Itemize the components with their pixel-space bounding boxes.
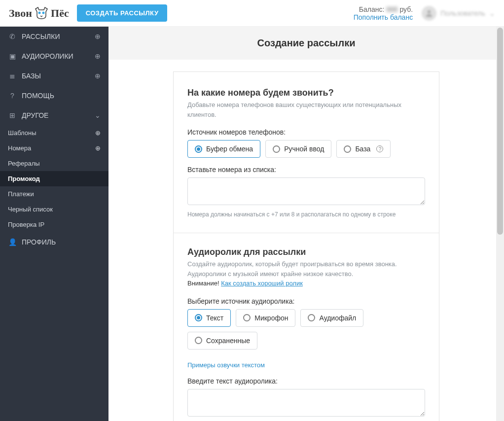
dog-icon [34, 7, 49, 20]
avatar [422, 6, 436, 21]
user-name: Пользователь [440, 9, 485, 17]
radio-icon [243, 314, 251, 321]
sidebar-sub-blacklist[interactable]: Черный список [0, 202, 108, 217]
divider [174, 233, 439, 233]
sidebar: ✆ РАССЫЛКИ ⊕ ▣ АУДИОРОЛИКИ ⊕ ≣ БАЗЫ ⊕ ? … [0, 27, 108, 421]
tts-examples-link[interactable]: Примеры озвучки текстом [187, 361, 265, 369]
radio-icon [195, 314, 202, 321]
radio-label: Микрофон [254, 314, 288, 322]
sidebar-item-campaigns[interactable]: ✆ РАССЫЛКИ ⊕ [0, 27, 108, 46]
balance-block: Баланс: 000 руб. Пополнить баланс [354, 5, 413, 21]
database-icon: ≣ [8, 72, 17, 80]
radio-label: Аудиофайл [319, 314, 356, 322]
radio-icon [273, 145, 280, 153]
radio-label: Ручной ввод [284, 145, 324, 153]
sidebar-item-help[interactable]: ? ПОМОЩЬ [0, 86, 108, 105]
sidebar-label: ПОМОЩЬ [22, 92, 101, 100]
sidebar-label: ДРУГОЕ [22, 111, 95, 119]
audio-source-label: Выберите источник аудиоролика: [187, 297, 425, 305]
radio-manual[interactable]: Ручной ввод [265, 140, 331, 158]
sidebar-sub-numbers[interactable]: Номера ⊕ [0, 140, 108, 156]
audio-text-label: Введите текст аудиоролика: [187, 377, 425, 385]
sidebar-sub-ipcheck[interactable]: Проверка IP [0, 217, 108, 232]
radio-label: Буфер обмена [206, 145, 253, 153]
sidebar-sub-referrals[interactable]: Рефералы [0, 156, 108, 171]
numbers-section-desc: Добавьте номера телефонов ваших существу… [187, 100, 425, 119]
logo-text-left: Звон [9, 7, 32, 20]
create-campaign-button[interactable]: СОЗДАТЬ РАССЫЛКУ [77, 4, 168, 22]
paste-numbers-label: Вставьте номера из списка: [187, 166, 425, 174]
how-to-create-link[interactable]: Как создать хороший ролик [221, 280, 303, 287]
svg-point-2 [428, 10, 431, 13]
logo-text-right: Пёс [51, 7, 69, 20]
form-card: На какие номера будем звонить? Добавьте … [173, 71, 439, 421]
radio-label: База [355, 145, 370, 153]
chevron-down-icon: ⌄ [489, 9, 495, 17]
sidebar-label: ПРОФИЛЬ [22, 238, 101, 246]
numbers-section-title: На какие номера будем звонить? [187, 88, 425, 98]
radio-icon [195, 337, 202, 344]
sidebar-item-audio[interactable]: ▣ АУДИОРОЛИКИ ⊕ [0, 46, 108, 66]
sidebar-label: БАЗЫ [22, 72, 95, 80]
sidebar-sub-label: Рефералы [8, 160, 101, 167]
sidebar-label: АУДИОРОЛИКИ [22, 52, 95, 60]
radio-clipboard[interactable]: Буфер обмена [187, 140, 260, 158]
plus-icon[interactable]: ⊕ [95, 129, 101, 137]
sidebar-item-bases[interactable]: ≣ БАЗЫ ⊕ [0, 66, 108, 86]
sidebar-sub-label: Шаблоны [8, 129, 95, 137]
plus-icon[interactable]: ⊕ [95, 52, 101, 60]
sidebar-label: РАССЫЛКИ [22, 33, 95, 40]
sidebar-sub-label: Черный список [8, 206, 101, 213]
chevron-down-icon: ⌄ [95, 111, 101, 119]
page-title: Создание рассылки [108, 27, 504, 60]
radio-icon [308, 314, 315, 321]
play-icon: ▣ [8, 52, 17, 60]
user-menu[interactable]: Пользователь ⌄ [422, 6, 495, 21]
question-icon: ? [8, 92, 17, 100]
radio-label: Текст [206, 314, 223, 322]
sidebar-item-profile[interactable]: 👤 ПРОФИЛЬ [0, 232, 108, 252]
radio-label: Сохраненные [206, 337, 250, 345]
numbers-hint: Номера должны начинаться с +7 или 8 и ра… [187, 210, 425, 219]
sidebar-sub-label: Номера [8, 144, 95, 152]
topup-balance-link[interactable]: Пополнить баланс [354, 13, 413, 21]
audio-section-desc: Создайте аудиоролик, который будет проиг… [187, 259, 425, 288]
logo[interactable]: Звон Пёс [9, 7, 69, 20]
radio-audiofile[interactable]: Аудиофайл [300, 309, 363, 327]
sidebar-sub-promocode[interactable]: Промокод [0, 171, 108, 186]
scroll-thumb[interactable] [497, 28, 503, 235]
balance-value: 000 [386, 5, 397, 13]
radio-icon [195, 145, 202, 153]
person-icon [425, 9, 433, 17]
numbers-textarea[interactable] [187, 177, 425, 205]
sidebar-item-other[interactable]: ⊞ ДРУГОЕ ⌄ [0, 105, 108, 125]
radio-text[interactable]: Текст [187, 309, 231, 327]
radio-microphone[interactable]: Микрофон [236, 309, 295, 327]
plus-icon[interactable]: ⊕ [95, 144, 101, 152]
balance-label: Баланс: [359, 5, 385, 13]
plus-icon[interactable]: ⊕ [95, 33, 101, 40]
sidebar-sub-label: Платежи [8, 190, 101, 198]
scrollbar[interactable] [496, 27, 504, 421]
sidebar-sub-label: Проверка IP [8, 221, 101, 228]
audio-text-textarea[interactable] [187, 389, 425, 417]
phone-icon: ✆ [8, 33, 17, 40]
radio-database[interactable]: База ? [336, 140, 391, 158]
numbers-source-label: Источник номеров телефонов: [187, 128, 425, 136]
sidebar-sub-label: Промокод [8, 175, 101, 182]
help-icon[interactable]: ? [376, 145, 383, 152]
svg-point-1 [42, 11, 45, 14]
plus-icon[interactable]: ⊕ [95, 72, 101, 80]
radio-icon [344, 145, 351, 153]
person-icon: 👤 [8, 238, 17, 246]
sidebar-sub-payments[interactable]: Платежи [0, 186, 108, 202]
radio-saved[interactable]: Сохраненные [187, 332, 257, 350]
grid-icon: ⊞ [8, 111, 17, 119]
audio-section-title: Аудиоролик для рассылки [187, 247, 425, 257]
warning-label: Внимание! [187, 280, 219, 287]
sidebar-sub-templates[interactable]: Шаблоны ⊕ [0, 125, 108, 140]
balance-currency: руб. [399, 5, 413, 13]
svg-point-0 [38, 11, 41, 14]
